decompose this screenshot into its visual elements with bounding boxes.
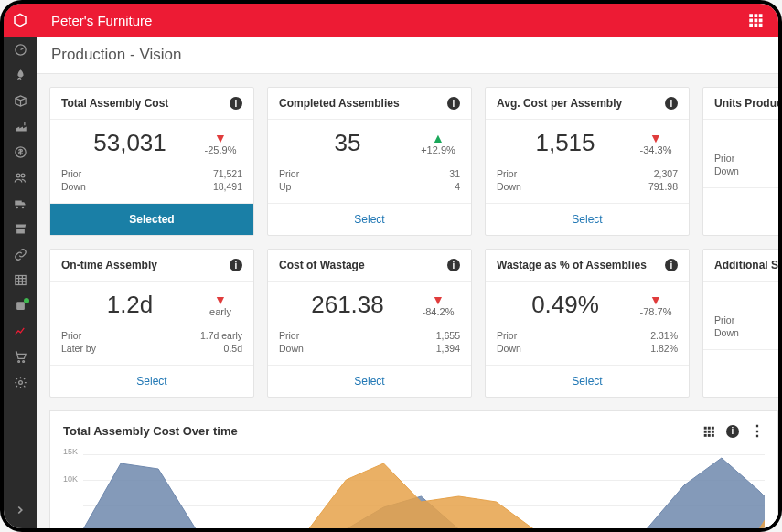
kpi-meta: Prior71,521Down18,491 xyxy=(61,165,242,197)
card-title: Avg. Cost per Assembly xyxy=(497,97,622,110)
kpi1-card-0: Total Assembly Cost i 53,031 ▼ -25.9% Pr… xyxy=(49,87,254,236)
meta-label: Prior xyxy=(279,168,299,179)
card-title: Completed Assemblies xyxy=(279,97,400,110)
nav-truck[interactable] xyxy=(4,190,37,216)
kpi2-card-1: Cost of Wastage i 261.38 ▼ -84.2% Prior1… xyxy=(267,249,472,398)
sidebar-expand[interactable] xyxy=(4,497,37,523)
meta-value: 2,307 xyxy=(654,168,678,179)
kpi-meta: Prior2.31%Down1.82% xyxy=(497,326,678,359)
meta-label: Down xyxy=(279,343,304,354)
meta-label: Prior xyxy=(714,153,734,164)
meta-label: Down xyxy=(61,181,86,192)
svg-rect-13 xyxy=(755,19,758,23)
svg-point-2 xyxy=(16,174,20,177)
main: Peter's Furniture Production - Vision To… xyxy=(37,4,778,528)
card-select-button[interactable]: Select xyxy=(486,365,689,397)
meta-value: 2.31% xyxy=(650,330,678,341)
change-pct: -78.7% xyxy=(640,306,672,317)
app-launcher-icon[interactable] xyxy=(747,12,764,28)
info-icon[interactable]: i xyxy=(230,259,242,271)
card-select-button[interactable]: Select xyxy=(50,365,253,397)
brand-logo[interactable] xyxy=(4,4,37,37)
card-select-button[interactable]: Select xyxy=(486,203,689,235)
nav-box[interactable] xyxy=(4,88,37,113)
kpi-value: 261.38 xyxy=(279,291,416,319)
svg-rect-16 xyxy=(755,24,758,27)
card-title: Cost of Wastage xyxy=(279,259,365,271)
change-pct: -34.3% xyxy=(640,144,672,155)
page-title: Production - Vision xyxy=(37,37,778,74)
change-pct: -84.2% xyxy=(423,306,455,317)
kpi-change: ▼ early xyxy=(198,293,242,317)
nav-store[interactable] xyxy=(4,216,37,241)
cube-icon xyxy=(12,12,28,28)
nav-cart[interactable] xyxy=(4,344,37,369)
svg-rect-18 xyxy=(704,426,707,429)
nav-link[interactable] xyxy=(4,241,37,267)
app-root: Peter's Furniture Production - Vision To… xyxy=(4,4,778,528)
meta-label: Prior xyxy=(61,330,81,341)
nav-dollar[interactable] xyxy=(4,139,37,165)
card-select-button[interactable]: Select xyxy=(268,365,471,397)
kpi-meta: PriorDown xyxy=(714,149,778,182)
info-icon[interactable]: i xyxy=(665,259,678,271)
info-icon[interactable]: i xyxy=(230,97,242,110)
info-icon[interactable]: i xyxy=(447,97,460,110)
kpi-meta: Prior2,307Down791.98 xyxy=(497,165,678,197)
card-select-button[interactable]: Select xyxy=(703,187,778,219)
svg-rect-19 xyxy=(708,426,711,429)
svg-rect-23 xyxy=(712,430,714,432)
kpi-value: 1,515 xyxy=(497,129,634,157)
card-title: On-time Assembly xyxy=(61,259,157,271)
up-arrow-icon: ▲ xyxy=(432,132,445,144)
notification-dot xyxy=(24,298,29,303)
meta-value: 31 xyxy=(449,168,460,179)
kpi-value: 35 xyxy=(279,129,416,157)
svg-rect-5 xyxy=(16,302,25,310)
info-icon[interactable]: i xyxy=(447,259,460,271)
down-arrow-icon: ▼ xyxy=(649,132,662,144)
chart-area: 15K 10K xyxy=(63,447,765,528)
svg-rect-17 xyxy=(759,24,763,27)
down-arrow-icon: ▼ xyxy=(214,132,227,144)
card-title: Wastage as % of Assemblies xyxy=(497,259,647,271)
kpi-row-1: Total Assembly Cost i 53,031 ▼ -25.9% Pr… xyxy=(49,87,778,236)
kpi1-card-1: Completed Assemblies i 35 ▲ +12.9% Prior… xyxy=(267,87,472,236)
kpi2-card-0: On-time Assembly i 1.2d ▼ early Prior1.7… xyxy=(49,249,254,398)
svg-point-3 xyxy=(21,174,25,177)
kpi-change: ▼ -78.7% xyxy=(634,293,678,317)
card-select-button[interactable]: Select xyxy=(703,349,778,381)
chart-more-icon[interactable]: ⋮ xyxy=(750,422,765,440)
card-select-button[interactable]: Select xyxy=(268,203,471,235)
meta-label: Prior xyxy=(714,314,734,325)
sidebar xyxy=(4,4,37,528)
card-select-button[interactable]: Selected xyxy=(50,203,253,235)
meta-label: Down xyxy=(497,343,521,354)
meta-value: 71,521 xyxy=(213,168,242,179)
nav-analytics[interactable] xyxy=(4,318,37,344)
meta-label: Prior xyxy=(497,168,517,179)
svg-point-7 xyxy=(22,360,24,362)
meta-value: 1.82% xyxy=(650,343,678,354)
nav-app[interactable] xyxy=(4,293,37,318)
meta-value: 0.5d xyxy=(224,343,242,354)
info-icon[interactable]: i xyxy=(665,97,678,110)
ytick-10k: 10K xyxy=(63,474,78,484)
nav-factory[interactable] xyxy=(4,113,37,139)
meta-label: Prior xyxy=(61,168,81,179)
svg-rect-11 xyxy=(759,14,763,17)
meta-label: Later by xyxy=(61,343,96,354)
nav-rocket[interactable] xyxy=(4,62,37,88)
svg-rect-25 xyxy=(708,433,711,436)
kpi2-card-2: Wastage as % of Assemblies i 0.49% ▼ -78… xyxy=(485,249,690,398)
nav-dashboard[interactable] xyxy=(4,37,37,62)
nav-table[interactable] xyxy=(4,267,37,293)
svg-rect-15 xyxy=(749,24,753,27)
meta-value: 1,655 xyxy=(436,330,460,341)
meta-value: 1.7d early xyxy=(200,330,242,341)
chart-info-icon[interactable]: i xyxy=(726,425,739,438)
nav-people[interactable] xyxy=(4,165,37,190)
change-pct: +12.9% xyxy=(421,144,455,155)
nav-settings[interactable] xyxy=(4,369,37,395)
chart-grid-icon[interactable] xyxy=(702,425,715,438)
